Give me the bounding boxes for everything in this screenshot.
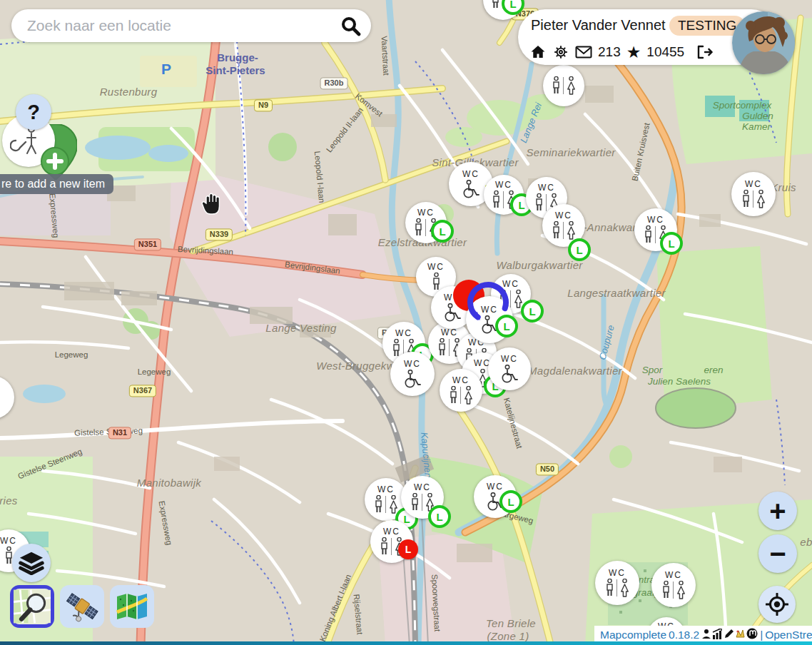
- wc-text: WC: [377, 485, 395, 494]
- settings-gear-icon[interactable]: [552, 44, 569, 61]
- toilet-marker-female[interactable]: WC: [0, 376, 14, 419]
- help-button[interactable]: ?: [16, 94, 51, 130]
- toilet-marker-mf[interactable]: [543, 65, 584, 106]
- logout-icon[interactable]: [696, 44, 713, 61]
- toilet-pictogram-wheelchair: [461, 180, 481, 199]
- wc-text: WC: [555, 211, 572, 220]
- opening-hours-badge: L: [431, 220, 454, 243]
- toilet-pictogram-wheelchair: [499, 365, 519, 384]
- wc-text: WC: [417, 208, 435, 217]
- geolocate-button[interactable]: [758, 586, 796, 623]
- home-icon[interactable]: [529, 44, 547, 61]
- toilet-pictogram-single: [432, 273, 441, 291]
- zoom-in-button[interactable]: +: [758, 492, 797, 530]
- messages-envelope-icon[interactable]: [575, 44, 592, 61]
- community-icon[interactable]: [746, 628, 758, 642]
- messages-count: 213: [598, 44, 621, 60]
- layers-button[interactable]: [12, 544, 51, 582]
- wc-text: WC: [414, 483, 431, 492]
- opening-hours-badge: L: [521, 300, 544, 322]
- toilet-marker-mf[interactable]: WC: [651, 563, 696, 607]
- user-avatar[interactable]: [732, 11, 795, 74]
- statistics-icon[interactable]: [712, 629, 723, 642]
- wc-text: WC: [452, 376, 470, 385]
- background-option-map[interactable]: [10, 585, 54, 628]
- user-name: Pieter Vander Vennet: [531, 17, 666, 34]
- wc-text: WC: [665, 571, 682, 579]
- changesets-count: 10455: [646, 44, 684, 60]
- opening-hours-badge: L: [428, 505, 451, 528]
- openstreetmap-link[interactable]: OpenStreetMap: [765, 629, 812, 641]
- toilet-pictogram-mf: [661, 581, 686, 599]
- wc-text: WC: [404, 360, 421, 368]
- mapcomplete-version: 0.18.2: [669, 629, 699, 641]
- mapcomplete-app: Brugge-Sint-PietersRustenburgVaartstraat…: [0, 0, 812, 645]
- toilet-marker-mf[interactable]: WC: [440, 369, 482, 412]
- search-icon[interactable]: [340, 15, 361, 36]
- theme-icon[interactable]: [735, 629, 746, 642]
- wc-text: WC: [538, 183, 555, 192]
- toilet-marker-wheelchair[interactable]: WC: [390, 352, 435, 396]
- wc-text: WC: [495, 181, 512, 189]
- map-marker-layer: WCLWCWCWCWCLWCWCWCLWCWCWCWCLLWC✓WCLWCWCL…: [0, 0, 812, 645]
- wc-text: WC: [427, 263, 445, 271]
- attribution-icons: [701, 628, 758, 642]
- toilet-pictogram-mf: [605, 579, 630, 597]
- toilet-marker-wheelchair[interactable]: WC: [488, 347, 531, 390]
- wc-text: WC: [441, 328, 458, 337]
- wc-text: WC: [0, 383, 1, 392]
- toilet-pictogram-wheelchair: [402, 370, 422, 389]
- bottom-progress-bar: [0, 641, 812, 645]
- background-layer-switcher: [10, 585, 154, 628]
- mapcomplete-link[interactable]: Mapcomplete: [600, 629, 666, 641]
- wc-text: WC: [487, 482, 504, 491]
- wc-text: WC: [383, 527, 400, 536]
- wc-text: WC: [745, 180, 762, 188]
- search-bar: [11, 9, 371, 42]
- drag-hand-icon: [198, 190, 224, 220]
- wc-text: WC: [501, 355, 518, 363]
- toilet-marker-mf[interactable]: WC: [731, 172, 776, 216]
- add-item-tooltip: re to add a new item: [0, 174, 113, 194]
- background-option-osm[interactable]: [110, 585, 154, 628]
- opening-hours-badge: L: [568, 238, 591, 261]
- add-plus-icon[interactable]: [41, 147, 69, 176]
- toilet-pictogram-mf: [552, 221, 577, 240]
- toilet-marker-mf[interactable]: WC: [595, 561, 639, 605]
- zoom-out-button[interactable]: −: [758, 534, 797, 573]
- wc-text: WC: [647, 215, 664, 224]
- wc-text: WC: [0, 537, 17, 545]
- wc-text: WC: [395, 329, 412, 337]
- search-input[interactable]: [26, 16, 340, 35]
- changesets-star-icon[interactable]: ★: [626, 44, 641, 61]
- opening-hours-badge: L: [398, 539, 418, 559]
- toilet-pictogram-mf: [552, 76, 577, 95]
- background-option-satellite[interactable]: [60, 585, 104, 628]
- opening-hours-badge: L: [660, 232, 683, 255]
- toilet-pictogram-mf: [741, 190, 766, 208]
- toilet-pictogram-mf: [449, 386, 474, 405]
- wc-text: WC: [609, 569, 626, 577]
- attribution-separator: |: [760, 629, 763, 641]
- opening-hours-badge: L: [495, 315, 518, 337]
- wc-text: WC: [462, 170, 479, 178]
- opening-hours-badge: L: [499, 490, 522, 513]
- edit-pencil-icon[interactable]: [724, 629, 734, 642]
- user-icon[interactable]: [701, 629, 711, 642]
- toilet-pictogram-mf: [374, 495, 399, 514]
